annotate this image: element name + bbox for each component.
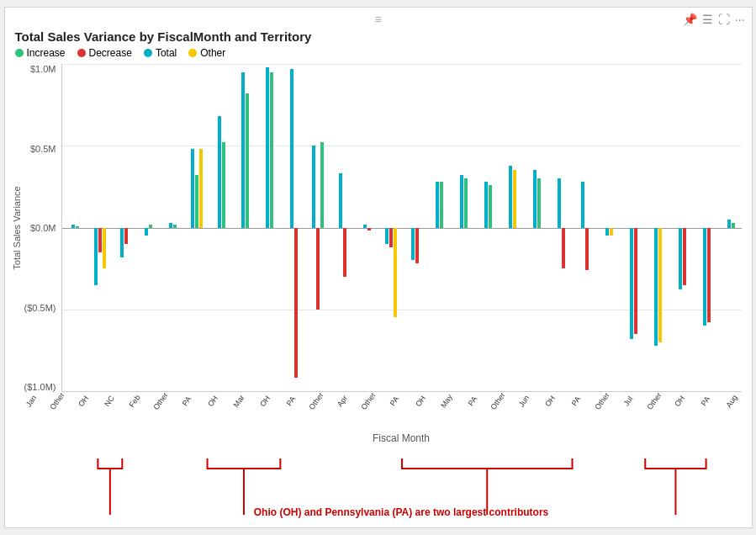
bar	[440, 182, 443, 227]
bar	[246, 93, 249, 227]
bar	[679, 228, 682, 290]
bar	[266, 67, 269, 228]
bar	[581, 182, 584, 227]
legend-total: Total	[144, 47, 177, 59]
bar-group	[547, 64, 572, 391]
legend-dot-increase	[15, 49, 24, 57]
bar-group	[135, 64, 159, 391]
legend-dot-decrease	[77, 49, 86, 57]
bar-group	[280, 64, 304, 391]
bar-group	[232, 64, 256, 391]
legend-other: Other	[188, 47, 225, 59]
bar	[339, 173, 342, 227]
bar-group	[183, 64, 208, 391]
x-label: Other	[48, 391, 66, 411]
bar	[654, 228, 658, 346]
bar	[290, 69, 293, 228]
y-tick-4: $0.5M	[30, 144, 56, 154]
x-label: Jul	[621, 395, 634, 407]
bar	[312, 146, 315, 227]
bar	[707, 228, 711, 323]
bar-group	[620, 64, 644, 391]
x-label: OH	[543, 394, 557, 408]
bar-group	[110, 64, 135, 391]
bar-group	[353, 64, 378, 391]
x-label: PA	[389, 395, 401, 407]
bar-group	[86, 64, 110, 391]
bar	[385, 228, 389, 244]
x-label: OH	[258, 394, 272, 408]
x-label: OH	[206, 394, 219, 408]
more-icon[interactable]: ···	[735, 13, 745, 26]
bar	[124, 228, 128, 244]
legend-label-other: Other	[200, 47, 225, 59]
bar-group	[693, 64, 717, 391]
annotation-container: Ohio (OH) and Pennsylvania (PA) are two …	[61, 506, 742, 518]
bar-group	[159, 64, 183, 391]
filter-icon[interactable]: ☰	[702, 13, 713, 26]
x-label: May	[439, 393, 454, 410]
bar	[218, 116, 221, 227]
bar-group	[523, 64, 547, 391]
bar	[71, 225, 75, 228]
legend-label-decrease: Decrease	[89, 47, 132, 59]
bar	[145, 228, 148, 236]
bar	[149, 225, 152, 228]
bar	[610, 228, 613, 236]
bar	[509, 166, 512, 228]
x-label: PA	[284, 395, 297, 407]
x-label: Jun	[517, 394, 531, 409]
pin-icon[interactable]: 📌	[683, 13, 697, 26]
bar	[98, 228, 102, 252]
bar-group	[474, 64, 499, 391]
bar-group	[402, 64, 426, 391]
bar-group	[717, 64, 742, 391]
x-label: Feb	[128, 393, 142, 408]
bar	[120, 228, 124, 257]
expand-icon[interactable]: ⛶	[718, 13, 730, 26]
bar	[658, 228, 662, 342]
bar-group	[62, 64, 87, 391]
bar	[683, 228, 686, 285]
bar	[169, 223, 172, 228]
top-icons: 📌 ☰ ⛶ ···	[683, 13, 745, 26]
bar-group	[304, 64, 329, 391]
x-label: Other	[489, 391, 507, 411]
y-tick-5: $1.0M	[30, 64, 56, 74]
bar	[76, 226, 79, 228]
bar	[513, 170, 516, 227]
bar	[605, 228, 609, 236]
bar	[241, 72, 245, 228]
bar	[630, 228, 633, 339]
x-label: PA	[181, 395, 193, 407]
x-axis-area: Fiscal Month	[61, 432, 742, 500]
bar	[585, 228, 589, 271]
bar	[199, 149, 203, 227]
bar	[195, 175, 198, 227]
bar	[294, 228, 298, 379]
y-axis-outer-label: Total Sales Variance	[11, 186, 21, 269]
x-axis-title: Fiscal Month	[61, 432, 742, 444]
legend-dot-other	[188, 49, 197, 57]
bar-group	[329, 64, 353, 391]
bar	[191, 149, 194, 227]
x-label: Other	[152, 391, 170, 411]
x-label: Mar	[231, 393, 246, 408]
bar-group	[499, 64, 523, 391]
bar-group	[595, 64, 620, 391]
x-label: Other	[593, 391, 611, 411]
x-label: PA	[700, 395, 712, 407]
x-label: Other	[645, 391, 663, 411]
legend-decrease: Decrease	[77, 47, 132, 59]
legend-label-total: Total	[156, 47, 177, 59]
bar-group	[669, 64, 693, 391]
x-label: PA	[466, 395, 478, 407]
x-label: Aug	[724, 393, 738, 409]
x-label: PA	[570, 395, 583, 407]
bar	[533, 170, 537, 227]
bar	[94, 228, 98, 285]
bar	[436, 182, 439, 227]
bar	[464, 178, 468, 227]
x-label: NC	[103, 394, 116, 407]
bar	[343, 228, 346, 277]
